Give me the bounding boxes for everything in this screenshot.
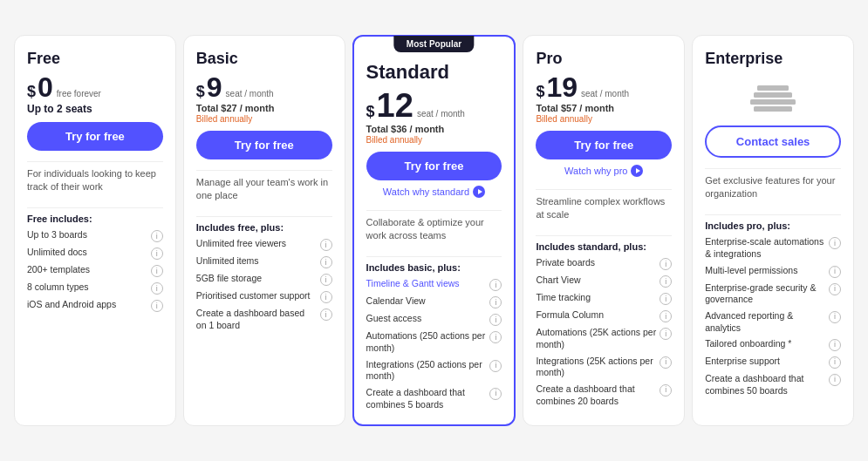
total-billing-basic: Total $27 / month <box>196 103 332 113</box>
cta-button-basic[interactable]: Try for free <box>196 131 332 159</box>
feature-list-basic: Unlimited free viewers i Unlimited items… <box>196 238 332 331</box>
feature-item: Enterprise-scale automations & integrati… <box>705 236 841 260</box>
info-icon[interactable]: i <box>489 388 502 400</box>
plan-desc-standard: Collaborate & optimize your work across … <box>366 216 502 243</box>
divider2-free <box>27 207 163 208</box>
info-icon[interactable]: i <box>151 247 163 260</box>
plan-card-basic: Basic $ 9seat / monthTotal $27 / monthBi… <box>183 35 345 427</box>
feature-item: Create a dashboard based on 1 board i <box>196 308 332 331</box>
info-icon[interactable]: i <box>320 274 332 286</box>
feature-item: Formula Column i <box>536 309 672 322</box>
includes-title-free: Free includes: <box>27 214 163 224</box>
feature-text: Automations (250 actions per month) <box>366 330 487 354</box>
amount-basic: 9 <box>207 73 222 101</box>
includes-title-standard: Includes basic, plus: <box>366 262 502 273</box>
plan-name-basic: Basic <box>196 50 332 68</box>
feature-item: Up to 3 boards i <box>27 229 163 242</box>
info-icon[interactable]: i <box>489 360 502 372</box>
info-icon[interactable]: i <box>660 258 672 270</box>
feature-item: Unlimited free viewers i <box>196 238 332 251</box>
watch-link-standard[interactable]: Watch why standard <box>366 186 502 198</box>
feature-text: Enterprise-grade security & governance <box>705 282 825 306</box>
info-icon[interactable]: i <box>660 275 672 288</box>
info-icon[interactable]: i <box>829 283 841 295</box>
svg-rect-0 <box>757 85 789 91</box>
watch-label-text: Watch why pro <box>564 166 627 176</box>
plan-desc-pro: Streamline complex workflows at scale <box>536 195 672 222</box>
info-icon[interactable]: i <box>829 356 841 369</box>
feature-text: Advanced reporting & analytics <box>705 310 825 334</box>
plan-desc-basic: Manage all your team's work in one place <box>196 176 332 203</box>
includes-title-basic: Includes free, plus: <box>196 222 332 233</box>
feature-item: Create a dashboard that combines 50 boar… <box>705 373 841 397</box>
feature-text: Tailored onboarding * <box>705 338 825 350</box>
info-icon[interactable]: i <box>489 314 502 326</box>
watch-link-pro[interactable]: Watch why pro <box>536 165 672 177</box>
info-icon[interactable]: i <box>320 291 332 303</box>
info-icon[interactable]: i <box>151 282 163 295</box>
info-icon[interactable]: i <box>320 256 332 268</box>
info-icon[interactable]: i <box>489 331 502 343</box>
feature-text: 8 column types <box>27 281 147 294</box>
cta-button-standard[interactable]: Try for free <box>366 152 502 180</box>
info-icon[interactable]: i <box>829 374 841 386</box>
info-icon[interactable]: i <box>489 296 502 308</box>
divider2-standard <box>366 256 502 257</box>
info-icon[interactable]: i <box>829 311 841 323</box>
info-icon[interactable]: i <box>829 339 841 351</box>
feature-text: Create a dashboard that combines 20 boar… <box>536 383 656 407</box>
divider-pro <box>536 189 672 190</box>
feature-text: Create a dashboard based on 1 board <box>196 308 317 331</box>
divider2-enterprise <box>705 214 841 215</box>
info-icon[interactable]: i <box>660 293 672 305</box>
svg-rect-3 <box>754 106 792 112</box>
info-icon[interactable]: i <box>151 265 163 277</box>
feature-text: Enterprise support <box>705 356 825 368</box>
feature-item: Guest access i <box>366 313 502 326</box>
plan-card-enterprise: Enterprise Contact salesGet exclusive fe… <box>692 35 854 427</box>
info-icon[interactable]: i <box>660 328 672 340</box>
info-icon[interactable]: i <box>320 308 332 321</box>
cta-button-free[interactable]: Try for free <box>27 122 163 151</box>
feature-item: Create a dashboard that combines 5 board… <box>366 387 502 410</box>
currency-free: $ <box>27 83 36 101</box>
feature-item: 8 column types i <box>27 281 163 295</box>
feature-text: Timeline & Gantt views <box>366 278 487 290</box>
info-icon[interactable]: i <box>151 300 163 312</box>
cta-button-pro[interactable]: Try for free <box>536 131 672 159</box>
pricing-container: Free $ 0free foreverUp to 2 seatsTry for… <box>0 21 868 441</box>
per-seat-pro: seat / month <box>581 89 629 99</box>
feature-item: Automations (25K actions per month) i <box>536 327 672 350</box>
feature-text: iOS and Android apps <box>27 299 147 311</box>
feature-item: Private boards i <box>536 257 672 270</box>
currency-pro: $ <box>536 83 544 101</box>
feature-text: Private boards <box>536 257 656 269</box>
includes-title-pro: Includes standard, plus: <box>536 241 672 252</box>
contact-button-enterprise[interactable]: Contact sales <box>705 125 841 158</box>
feature-item: Enterprise support i <box>705 356 841 369</box>
info-icon[interactable]: i <box>151 230 163 242</box>
info-icon[interactable]: i <box>660 310 672 322</box>
feature-item: Unlimited items i <box>196 255 332 268</box>
info-icon[interactable]: i <box>320 239 332 251</box>
info-icon[interactable]: i <box>660 356 672 369</box>
amount-pro: 19 <box>546 73 578 101</box>
popular-badge: Most Popular <box>394 36 474 52</box>
info-icon[interactable]: i <box>829 237 841 249</box>
info-icon[interactable]: i <box>829 266 841 278</box>
feature-text: Create a dashboard that combines 5 board… <box>366 387 487 410</box>
feature-item: Calendar View i <box>366 295 502 308</box>
feature-item: Prioritised customer support i <box>196 290 332 303</box>
feature-text: Calendar View <box>366 295 487 308</box>
divider2-basic <box>196 216 332 217</box>
info-icon[interactable]: i <box>660 384 672 397</box>
feature-item: Chart View i <box>536 275 672 288</box>
feature-text: Enterprise-scale automations & integrati… <box>705 236 825 260</box>
plan-name-pro: Pro <box>536 50 672 68</box>
plan-name-free: Free <box>27 50 163 68</box>
feature-item: Unlimited docs i <box>27 247 163 260</box>
feature-list-free: Up to 3 boards i Unlimited docs i 200+ t… <box>27 229 163 312</box>
play-icon-standard <box>473 186 485 198</box>
feature-text: Multi-level permissions <box>705 265 825 277</box>
info-icon[interactable]: i <box>489 279 502 291</box>
